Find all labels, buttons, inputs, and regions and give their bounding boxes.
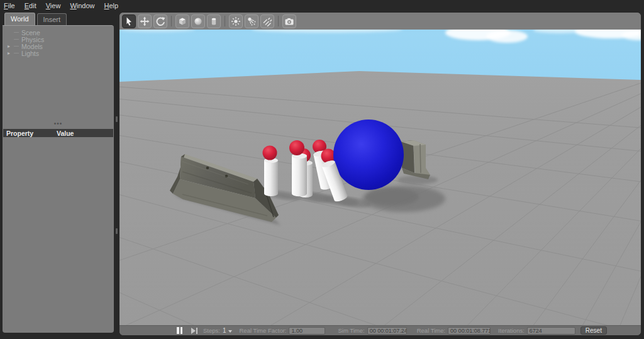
toolbar-separator xyxy=(225,16,225,26)
bowling-pin-2[interactable] xyxy=(289,140,307,196)
splitter-grip xyxy=(116,116,118,122)
step-button[interactable] xyxy=(191,327,198,335)
panel-body: Scene Physics ▸ Models ▸ Lights ••• Prop… xyxy=(3,25,114,333)
real-time-factor-field: 1.00 xyxy=(289,327,325,335)
real-time-factor-label: Real Time Factor: xyxy=(240,327,287,334)
menu-file[interactable]: File xyxy=(4,2,15,9)
menu-help[interactable]: Help xyxy=(104,2,119,9)
tree-item-lights[interactable]: ▸ Lights xyxy=(3,50,114,57)
point-light-icon xyxy=(231,16,241,26)
chevron-right-icon[interactable]: ▸ xyxy=(8,43,14,50)
tool-sphere-button[interactable] xyxy=(191,14,205,28)
property-table-header: Property Value xyxy=(3,129,113,137)
rotate-icon xyxy=(155,16,165,26)
panel-viewport-splitter[interactable] xyxy=(114,13,119,334)
camera-icon xyxy=(284,16,294,26)
simulation-status-bar: Steps: 1 Real Time Factor: 1.00 Sim Time… xyxy=(119,325,641,335)
toolbar-separator xyxy=(278,16,279,26)
property-column-header: Property xyxy=(3,130,57,137)
bowling-pin-1[interactable] xyxy=(263,146,279,197)
translate-icon xyxy=(140,16,150,26)
tree-branch-line xyxy=(14,53,19,53)
menu-bar: File Edit View Window Help xyxy=(0,0,644,11)
render-viewport: Steps: 1 Real Time Factor: 1.00 Sim Time… xyxy=(119,13,641,335)
menu-edit[interactable]: Edit xyxy=(25,2,36,9)
tool-select-button[interactable] xyxy=(122,14,136,28)
world-panel: World Insert Scene Physics ▸ Models ▸ xyxy=(3,11,114,333)
tree-item-label: Lights xyxy=(21,50,39,57)
step-icon-bar xyxy=(196,328,197,334)
tool-translate-button[interactable] xyxy=(138,14,152,28)
jersey-barrier-right[interactable] xyxy=(401,140,430,179)
value-column-header: Value xyxy=(57,130,74,137)
menu-window[interactable]: Window xyxy=(70,2,94,9)
sphere-icon xyxy=(193,16,203,26)
iterations-label: Iterations: xyxy=(498,327,525,334)
tab-insert[interactable]: Insert xyxy=(37,13,67,25)
steps-dropdown-icon[interactable] xyxy=(228,330,232,333)
panel-tab-bar: World Insert xyxy=(3,11,114,25)
tool-spot-light-button[interactable] xyxy=(245,14,258,28)
real-time-field: 00 00:01:08.771 xyxy=(448,327,491,335)
spot-light-icon xyxy=(247,16,257,26)
tab-world[interactable]: World xyxy=(4,13,35,25)
tree-item-scene[interactable]: Scene xyxy=(3,29,114,36)
tool-rotate-button[interactable] xyxy=(153,14,167,28)
steps-value[interactable]: 1 xyxy=(223,327,226,334)
box-icon xyxy=(177,16,187,26)
sim-time-field: 00 00:01:07.240 xyxy=(367,327,407,335)
reset-button[interactable]: Reset xyxy=(580,326,607,335)
pause-button[interactable] xyxy=(176,326,183,335)
splitter-grip xyxy=(116,228,118,234)
render-toolbar xyxy=(119,13,641,30)
directional-light-icon xyxy=(262,16,272,26)
cylinder-icon xyxy=(209,16,219,26)
tree-branch-line xyxy=(14,39,19,40)
tool-point-light-button[interactable] xyxy=(229,14,243,28)
select-arrow-icon xyxy=(124,16,134,26)
tool-cylinder-button[interactable] xyxy=(207,14,221,28)
toolbar-separator xyxy=(171,16,172,26)
tree-branch-line xyxy=(14,32,19,33)
menu-view[interactable]: View xyxy=(46,2,61,9)
real-time-label: Real Time: xyxy=(417,327,445,334)
tool-box-button[interactable] xyxy=(175,14,189,28)
pin-ball xyxy=(263,146,277,160)
tree-branch-line xyxy=(14,46,19,47)
world-tree: Scene Physics ▸ Models ▸ Lights xyxy=(3,26,114,57)
step-icon xyxy=(191,328,196,334)
steps-label: Steps: xyxy=(203,327,220,334)
chevron-right-icon[interactable]: ▸ xyxy=(8,50,14,57)
tool-screenshot-button[interactable] xyxy=(282,14,296,28)
tree-item-models[interactable]: ▸ Models xyxy=(3,43,114,50)
tree-item-physics[interactable]: Physics xyxy=(3,36,114,43)
scene-3d-view[interactable] xyxy=(119,30,641,325)
property-panel-splitter[interactable]: ••• xyxy=(3,122,114,127)
pin-ball xyxy=(289,140,304,155)
blue-sphere[interactable] xyxy=(333,119,404,190)
sim-time-label: Sim Time: xyxy=(338,327,364,334)
tool-directional-light-button[interactable] xyxy=(260,14,274,28)
iterations-field: 6724 xyxy=(527,327,575,335)
